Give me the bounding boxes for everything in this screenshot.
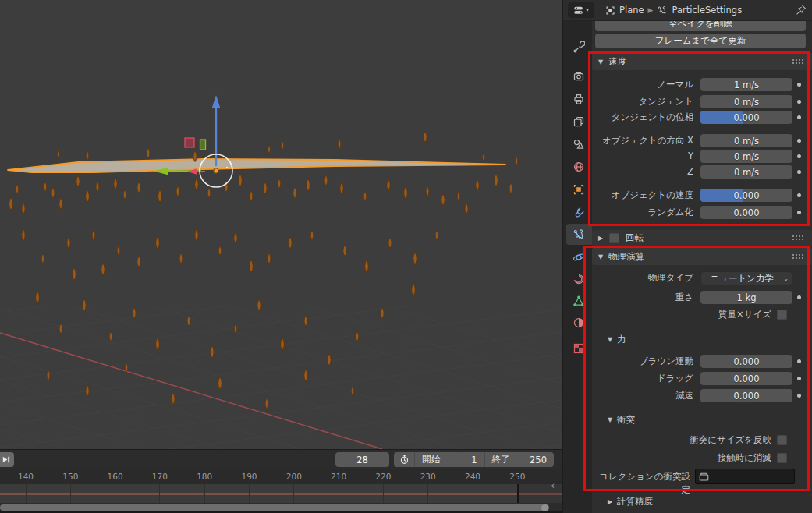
force-field[interactable]: 0.000 (700, 372, 792, 385)
gizmo-z-arrowhead[interactable] (212, 95, 221, 108)
constraints-icon (573, 273, 585, 285)
timeline-track[interactable] (0, 484, 562, 503)
velocity-row-label: タンジェントの位相 (592, 111, 693, 124)
animate-dot[interactable] (797, 193, 801, 197)
use-preview-range-toggle[interactable] (394, 452, 415, 467)
tab-output[interactable] (566, 88, 592, 109)
velocity-row-label: ランダム化 (592, 206, 693, 219)
tab-texture[interactable] (566, 338, 592, 359)
tick-gridline (26, 484, 27, 503)
particle-dot (226, 167, 228, 168)
tick-gridline (427, 484, 428, 503)
velocity-field[interactable]: 0 m/s (700, 95, 792, 108)
tab-object-data[interactable] (566, 290, 592, 311)
region-collapse-chevron[interactable]: ‹ (551, 479, 555, 491)
tab-tool[interactable] (566, 36, 592, 57)
jump-to-end-button[interactable] (0, 452, 14, 467)
caret-down-icon: ▼ (606, 416, 614, 423)
velocity-row-label: タンジェント (592, 95, 693, 108)
velocity-field[interactable]: 0 m/s (700, 134, 792, 147)
force-field[interactable]: 0.000 (700, 389, 792, 402)
panel-drag-grip[interactable] (792, 253, 803, 260)
tick-gridline (339, 484, 339, 503)
subpanel-integration-header[interactable]: ▶ 計算精度 (592, 494, 812, 508)
gizmo-red-plane-handle[interactable] (185, 138, 194, 147)
velocity-slider[interactable]: 0.000 (700, 189, 792, 202)
velocity-field[interactable]: 0.000 (700, 206, 792, 219)
particle-strands (9, 174, 512, 409)
panel-velocity-header[interactable]: ▼ 速度 (592, 53, 812, 70)
chevron-down-icon: ▾ (586, 7, 589, 13)
velocity-field[interactable]: 1 m/s (700, 78, 792, 91)
chevron-down-icon: ⌄ (783, 275, 789, 282)
update-all-to-frame-button[interactable]: フレームまで全て更新 (595, 34, 806, 48)
velocity-field[interactable]: 0 m/s (700, 165, 792, 179)
gizmo-green-plane-handle[interactable] (200, 140, 206, 150)
tab-render[interactable] (566, 65, 592, 87)
physics-type-dropdown[interactable]: ニュートン力学 ⌄ (700, 271, 792, 285)
free-all-bakes-button[interactable]: 全ベイクを削除 (595, 21, 806, 31)
move-gizmo[interactable] (154, 95, 232, 187)
panel-drag-grip[interactable] (792, 58, 803, 65)
velocity-row-label: ノーマル (592, 78, 693, 91)
size-deflect-checkbox[interactable] (777, 435, 787, 445)
subpanel-forces-header[interactable]: ▼ 力 (592, 332, 812, 346)
multiply-size-checkbox[interactable] (777, 310, 787, 320)
animate-dot[interactable] (797, 377, 801, 380)
panel-drag-grip[interactable] (792, 235, 803, 241)
tab-particles[interactable] (566, 224, 592, 245)
start-frame-field[interactable]: 開始 1 (415, 452, 485, 467)
end-frame-field[interactable]: 終了 250 (485, 452, 555, 467)
particles-icon (573, 228, 585, 241)
properties-tab-strip (563, 21, 592, 513)
horizontal-scrollbar[interactable] (0, 504, 549, 511)
rotation-enable-checkbox[interactable] (609, 233, 619, 243)
tab-physics[interactable] (566, 246, 592, 267)
x-axis-line (0, 333, 382, 449)
animate-dot[interactable] (797, 100, 801, 104)
velocity-row-label: Z (592, 165, 693, 179)
animate-dot[interactable] (797, 154, 801, 158)
panel-rotation-header[interactable]: ▶ 回転 (592, 230, 812, 246)
blender-window: 28 開始 1 終了 250 1401501601701801902002102… (0, 0, 812, 513)
force-field[interactable]: 0.000 (700, 355, 792, 368)
animate-dot[interactable] (797, 139, 801, 143)
animate-dot[interactable] (797, 115, 801, 119)
current-frame-field[interactable]: 28 (335, 452, 389, 467)
plane-object[interactable] (8, 159, 505, 172)
pin-icon[interactable] (795, 4, 807, 19)
caret-right-icon: ▶ (597, 235, 605, 242)
tab-constraints[interactable] (566, 268, 592, 289)
scrollbar-knob[interactable] (541, 504, 548, 511)
caret-down-icon: ▼ (597, 253, 605, 260)
viewport-3d[interactable] (0, 0, 562, 449)
velocity-field[interactable]: 0 m/s (700, 150, 792, 163)
die-on-hit-checkbox[interactable] (777, 453, 787, 463)
properties-editor: ▾ Plane ▶ ParticleSettings (562, 0, 812, 513)
breadcrumb-settings[interactable]: ParticleSettings (672, 5, 742, 16)
tick-gridline (293, 484, 294, 503)
tab-view-layer[interactable] (566, 111, 592, 132)
panel-physics-header[interactable]: ▼ 物理演算 (592, 248, 812, 265)
mass-field[interactable]: 1 kg (700, 291, 792, 304)
timeline-ruler[interactable]: 140150160170180190200210220230240250 (0, 469, 562, 484)
subpanel-collision-header[interactable]: ▼ 衝突 (592, 412, 812, 426)
tab-world[interactable] (566, 156, 592, 177)
animate-dot[interactable] (797, 211, 801, 214)
animate-dot[interactable] (797, 170, 801, 174)
animate-dot[interactable] (797, 295, 801, 299)
subpanel-collision-title: 衝突 (617, 414, 635, 426)
breadcrumb-object[interactable]: Plane (619, 5, 644, 16)
tab-scene[interactable] (566, 133, 592, 154)
animate-dot[interactable] (797, 394, 801, 398)
tab-modifiers[interactable] (566, 202, 592, 223)
properties-content: 全ベイクを削除 フレームまで全て更新 ▼ 速度 ノーマル1 m/sタンジェント0… (592, 21, 812, 513)
animate-dot[interactable] (797, 359, 801, 363)
floor-grid (0, 187, 562, 449)
animate-dot[interactable] (797, 83, 801, 87)
editor-type-button[interactable]: ▾ (568, 2, 594, 18)
tab-object[interactable] (566, 179, 592, 200)
collision-collection-field[interactable] (695, 469, 795, 484)
velocity-slider[interactable]: 0.000 (700, 111, 792, 124)
tab-material[interactable] (566, 312, 592, 333)
